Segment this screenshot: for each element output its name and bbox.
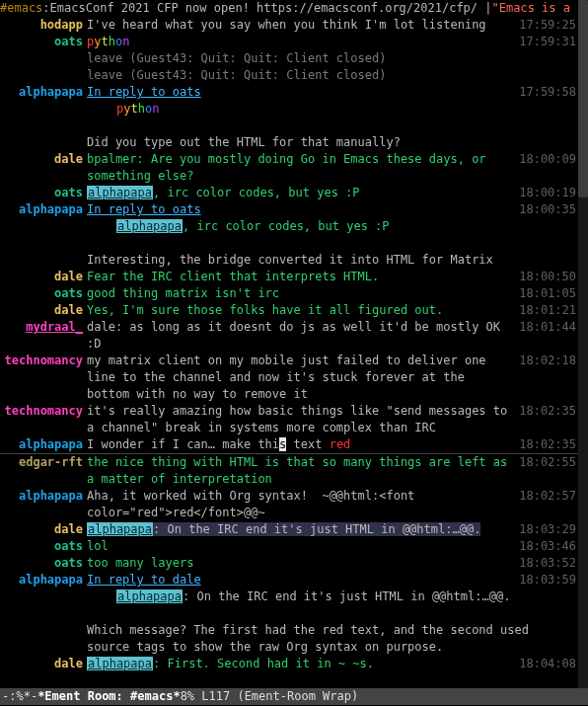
message-row: oatstoo many layers18:03:52 — [0, 555, 588, 572]
timestamp: 17:59:58 — [513, 84, 576, 101]
message-text[interactable]: python — [87, 101, 570, 118]
message-text[interactable]: my matrix client on my mobile just faile… — [87, 353, 513, 403]
message-text[interactable]: alphapapa: On the IRC end it's just HTML… — [87, 521, 513, 538]
message-row: technomancyit's really amazing how basic… — [0, 403, 588, 436]
timestamp: 18:02:57 — [513, 488, 576, 505]
timestamp: 18:01:21 — [513, 302, 576, 319]
nick: alphapapa — [0, 436, 87, 453]
message-row: dalebpalmer: Are you mostly doing Go in … — [0, 151, 588, 185]
message-row: alphapapaAha, it worked with Org syntax!… — [0, 488, 588, 521]
timestamp: 18:03:46 — [513, 538, 576, 555]
nick: alphapapa — [0, 572, 87, 588]
message-text[interactable]: Fear the IRC client that interprets HTML… — [87, 269, 513, 285]
nick: oats — [0, 285, 87, 302]
message-text[interactable]: leave (Guest43: Quit: Quit: Client close… — [87, 67, 570, 84]
mention[interactable]: alphapapa — [116, 589, 183, 603]
header-line: #emacs : EmacsConf 2021 CFP now open! ht… — [0, 0, 588, 17]
reply-prefix-link[interactable]: In reply to — [87, 85, 173, 99]
timestamp: 18:01:05 — [513, 285, 576, 302]
mention[interactable]: alphapapa — [87, 186, 153, 199]
message-row: daleFear the IRC client that interprets … — [0, 269, 588, 285]
reply-target-link[interactable]: oats — [173, 85, 201, 99]
scrollbar-thumb[interactable] — [578, 0, 588, 197]
message-text[interactable]: dale: as long as it doesnt do js as well… — [87, 319, 513, 353]
nick: technomancy — [0, 403, 87, 420]
message-text[interactable]: Did you type out the HTML for that manua… — [87, 134, 570, 151]
message-text[interactable]: it's really amazing how basic things lik… — [87, 403, 513, 436]
message-row: alphapapaIn reply to oats18:00:35 — [0, 201, 588, 218]
modeline-status: 8% L117 (Ement-Room Wrap) — [181, 688, 359, 705]
message-row: oatslol18:03:46 — [0, 538, 588, 555]
channel-name: #emacs — [0, 0, 42, 17]
message-row: alphapapa: On the IRC end it's just HTML… — [0, 588, 588, 605]
nick: dale — [0, 269, 87, 285]
message-row — [0, 605, 588, 622]
mention[interactable]: alphapapa — [87, 522, 153, 536]
message-text[interactable]: In reply to dale — [87, 572, 513, 588]
nick: oats — [0, 34, 87, 50]
timestamp: 18:04:08 — [513, 656, 576, 672]
message-text[interactable] — [87, 605, 570, 622]
reply-prefix-link[interactable]: In reply to — [87, 573, 173, 587]
timestamp: 18:03:59 — [513, 572, 576, 588]
reply-prefix-link[interactable]: In reply to — [87, 202, 173, 216]
message-text[interactable]: lol — [87, 538, 513, 555]
mention[interactable]: alphapapa — [87, 657, 153, 670]
mode-line: -:%*- *Ement Room: #emacs* 8% L117 (Emen… — [0, 688, 588, 705]
message-row: dalealphapapa: On the IRC end it's just … — [0, 521, 588, 538]
message-row: leave (Guest43: Quit: Quit: Client close… — [0, 67, 588, 84]
message-text[interactable]: I wonder if I can… make this text red — [87, 436, 513, 453]
message-text[interactable]: Which message? The first had the red tex… — [87, 622, 570, 656]
message-text[interactable]: alphapapa, irc color codes, but yes :P — [87, 185, 513, 201]
message-row: mydraal_dale: as long as it doesnt do js… — [0, 319, 588, 353]
timestamp: 18:03:52 — [513, 555, 576, 572]
message-text[interactable]: In reply to oats — [87, 84, 513, 101]
nick: oats — [0, 538, 87, 555]
message-row: oatsgood thing matrix isn't irc18:01:05 — [0, 285, 588, 302]
message-text[interactable]: In reply to oats — [87, 201, 513, 218]
message-text[interactable] — [87, 118, 570, 134]
message-row: oatsalphapapa, irc color codes, but yes … — [0, 185, 588, 201]
nick: edgar-rft — [0, 454, 87, 471]
message-row: Did you type out the HTML for that manua… — [0, 134, 588, 151]
message-text[interactable]: alphapapa: First. Second had it in ~ ~s. — [87, 656, 513, 672]
message-row: oatspython17:59:31 — [0, 34, 588, 50]
channel-topic: EmacsConf 2021 CFP now open! https://ema… — [50, 0, 492, 17]
nick: alphapapa — [0, 84, 87, 101]
nick: oats — [0, 185, 87, 201]
message-row: hodappI've heard what you say when you t… — [0, 17, 588, 34]
message-text[interactable]: I've heard what you say when you think I… — [87, 17, 513, 34]
timestamp: 17:59:31 — [513, 34, 576, 50]
nick: mydraal_ — [0, 319, 87, 336]
message-text[interactable]: too many layers — [87, 555, 513, 572]
scrollbar-track[interactable] — [578, 0, 588, 688]
timestamp: 18:01:44 — [513, 319, 576, 336]
message-row: edgar-rftthe nice thing with HTML is tha… — [0, 454, 588, 488]
reply-target-link[interactable]: dale — [173, 573, 201, 587]
message-text[interactable]: python — [87, 34, 513, 50]
timestamp: 18:00:09 — [513, 151, 576, 168]
message-text[interactable]: Aha, it worked with Org syntax! ~@@html:… — [87, 488, 513, 521]
message-text[interactable]: bpalmer: Are you mostly doing Go in Emac… — [87, 151, 513, 185]
nick: dale — [0, 656, 87, 672]
message-row — [0, 118, 588, 134]
message-text[interactable]: Interesting, the bridge converted it int… — [87, 252, 570, 269]
message-row: alphapapaIn reply to dale18:03:59 — [0, 572, 588, 588]
message-row: alphapapaI wonder if I can… make this te… — [0, 436, 588, 453]
message-text[interactable]: good thing matrix isn't irc — [87, 285, 513, 302]
message-text[interactable]: the nice thing with HTML is that so many… — [87, 454, 513, 488]
nick: dale — [0, 302, 87, 319]
message-row: alphapapaIn reply to oats17:59:58 — [0, 84, 588, 101]
reply-target-link[interactable]: oats — [173, 202, 201, 216]
timestamp: 18:02:35 — [513, 403, 576, 420]
nick: hodapp — [0, 17, 87, 34]
message-area[interactable]: hodappI've heard what you say when you t… — [0, 17, 588, 688]
message-text[interactable]: alphapapa: On the IRC end it's just HTML… — [87, 588, 570, 605]
message-row: leave (Guest43: Quit: Quit: Client close… — [0, 50, 588, 67]
nick: technomancy — [0, 353, 87, 369]
mention[interactable]: alphapapa — [116, 219, 183, 233]
message-text[interactable]: Yes, I'm sure those folks have it all fi… — [87, 302, 513, 319]
message-text[interactable] — [87, 235, 570, 252]
message-text[interactable]: leave (Guest43: Quit: Quit: Client close… — [87, 50, 570, 67]
message-text[interactable]: alphapapa, irc color codes, but yes :P — [87, 218, 570, 235]
